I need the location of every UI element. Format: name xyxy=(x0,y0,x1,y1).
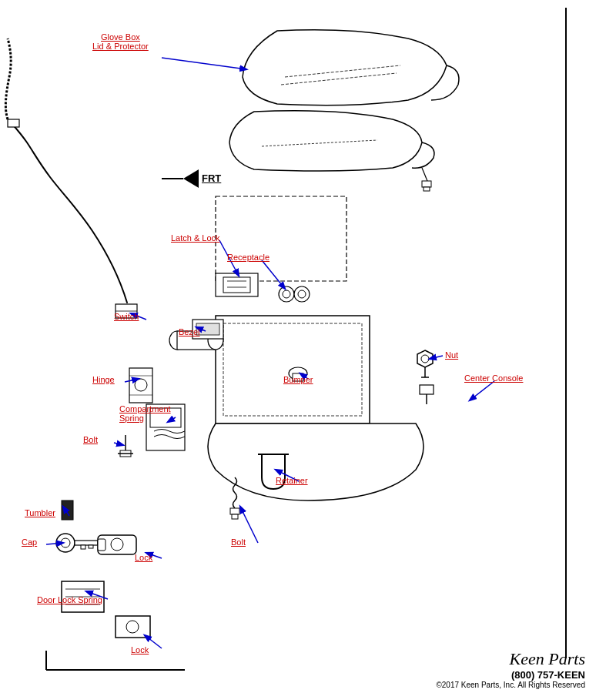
label-frt: FRT xyxy=(202,172,221,184)
label-center-console: Center Console xyxy=(464,373,523,383)
label-glove-box-lid: Glove BoxLid & Protector xyxy=(92,32,149,51)
svg-line-5 xyxy=(422,168,427,181)
label-latch-lock: Latch & Lock xyxy=(171,233,220,243)
svg-point-20 xyxy=(298,290,306,298)
svg-point-41 xyxy=(421,355,429,363)
svg-rect-52 xyxy=(75,541,98,545)
svg-rect-49 xyxy=(62,500,73,520)
label-bezel: Bezel xyxy=(179,327,200,336)
svg-rect-48 xyxy=(232,514,238,519)
label-tumbler: Tumbler xyxy=(25,508,55,517)
svg-rect-6 xyxy=(422,181,431,187)
svg-line-73 xyxy=(114,443,123,445)
svg-rect-54 xyxy=(89,545,93,548)
parts-diagram-svg xyxy=(0,0,616,693)
diagram-container: Glove BoxLid & Protector FRT Latch & Loc… xyxy=(0,0,616,693)
label-receptacle: Receptacle xyxy=(227,253,270,262)
label-bumper: Bumper xyxy=(283,375,313,384)
footer: Keen Parts (800) 757-KEEN ©2017 Keen Par… xyxy=(436,649,585,689)
brand-logo: Keen Parts xyxy=(436,649,585,669)
phone-number: (800) 757-KEEN xyxy=(436,669,585,681)
svg-rect-47 xyxy=(230,508,239,514)
label-retainer: Retainer xyxy=(276,476,308,485)
svg-point-56 xyxy=(111,538,123,551)
label-bolt-bottom: Bolt xyxy=(231,537,246,547)
copyright: ©2017 Keen Parts, Inc. All Rights Reserv… xyxy=(436,681,585,689)
svg-line-66 xyxy=(162,58,246,69)
label-cap: Cap xyxy=(22,537,37,547)
label-nut: Nut xyxy=(445,350,458,360)
svg-rect-44 xyxy=(420,385,434,394)
svg-rect-57 xyxy=(98,539,105,551)
svg-rect-7 xyxy=(424,187,430,191)
label-lock-bottom: Lock xyxy=(131,645,149,654)
svg-point-18 xyxy=(283,290,290,298)
label-compartment-spring: CompartmentSpring xyxy=(119,404,171,423)
svg-rect-14 xyxy=(223,277,250,293)
svg-rect-53 xyxy=(81,545,85,549)
label-switch: Switch xyxy=(114,312,139,321)
label-lock-top: Lock xyxy=(135,553,152,562)
svg-line-76 xyxy=(470,381,494,400)
svg-marker-8 xyxy=(183,169,199,188)
label-door-lock-spring: Door Lock Spring xyxy=(37,595,102,604)
svg-rect-26 xyxy=(8,119,19,127)
label-bolt-top: Bolt xyxy=(83,435,98,444)
label-hinge: Hinge xyxy=(92,375,115,384)
svg-point-63 xyxy=(126,621,139,633)
svg-point-30 xyxy=(135,379,147,391)
